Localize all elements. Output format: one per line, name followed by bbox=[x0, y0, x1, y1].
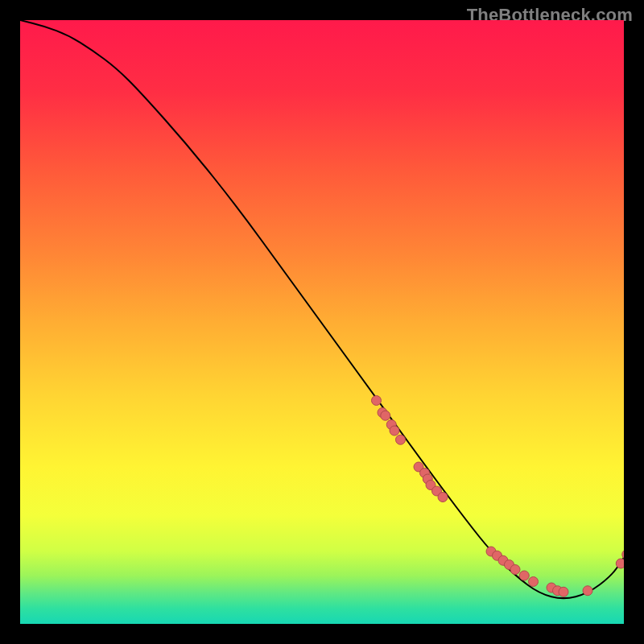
data-point bbox=[381, 411, 390, 420]
chart-svg bbox=[20, 20, 624, 624]
data-point bbox=[372, 396, 382, 406]
data-point bbox=[616, 559, 624, 568]
data-point bbox=[583, 586, 592, 596]
gradient-background bbox=[20, 20, 624, 624]
data-point bbox=[559, 587, 568, 597]
plot-area bbox=[20, 20, 624, 624]
chart-frame: TheBottleneck.com bbox=[0, 0, 644, 644]
data-point bbox=[438, 493, 448, 502]
data-point bbox=[529, 577, 539, 587]
data-point bbox=[510, 565, 520, 575]
data-point bbox=[519, 571, 529, 580]
data-point bbox=[390, 426, 399, 436]
data-point bbox=[396, 435, 406, 444]
